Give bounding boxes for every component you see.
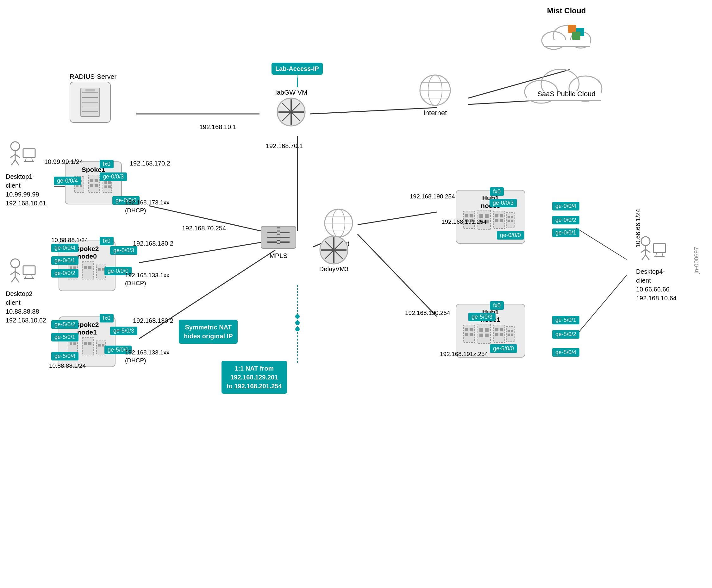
- svg-rect-121: [506, 213, 514, 228]
- svg-rect-134: [479, 334, 483, 337]
- spoke2n0-ge034: ge-0/0/4: [51, 244, 79, 252]
- svg-rect-141: [506, 327, 514, 342]
- labgw-ip2: 192.168.70.1: [266, 142, 303, 150]
- svg-point-17: [295, 320, 300, 325]
- svg-rect-120: [500, 219, 503, 222]
- svg-line-151: [15, 160, 19, 165]
- svg-line-171: [646, 255, 649, 260]
- labgw-vm: labGW VM: [275, 89, 308, 129]
- jn-label: jn-000697: [693, 247, 700, 274]
- hub1n0-ge033: ge-0/0/3: [489, 199, 517, 207]
- delay-vm3: DelayVM3: [318, 234, 350, 273]
- spoke2n0-ge001: ge-0/0/1: [51, 256, 79, 265]
- svg-rect-138: [500, 328, 503, 331]
- svg-rect-152: [23, 149, 35, 158]
- svg-rect-89: [70, 267, 72, 269]
- svg-rect-96: [102, 268, 104, 271]
- svg-rect-137: [495, 328, 498, 331]
- svg-rect-122: [507, 216, 510, 218]
- hub1n1-ge054: ge-5/0/4: [552, 348, 580, 357]
- svg-line-153: [25, 158, 26, 162]
- hub1n1-ge050: ge-5/0/0: [490, 344, 517, 353]
- svg-rect-130: [469, 333, 473, 336]
- svg-line-159: [15, 272, 20, 275]
- spoke2n1-ip1: 192.168.130.2: [133, 317, 173, 324]
- spoke1-fx0: fx0: [100, 160, 113, 168]
- svg-point-166: [641, 237, 650, 246]
- hub1n1-ge051: ge-5/0/1: [552, 316, 580, 324]
- svg-point-16: [295, 314, 300, 319]
- symmetric-nat-badge: Symmetric NAThides original IP: [179, 320, 238, 344]
- svg-rect-123: [511, 216, 513, 218]
- svg-rect-92: [84, 266, 87, 269]
- desktop4-net: 10.66.66.1/24: [634, 209, 642, 248]
- hub1n0-ge031: ge-0/0/1: [552, 229, 580, 237]
- svg-line-14: [576, 228, 627, 259]
- svg-rect-128: [469, 328, 473, 331]
- spoke2n0-ge002: ge-0/0/2: [51, 269, 79, 277]
- svg-rect-85: [108, 181, 111, 184]
- hub1n0-ge034: ge-0/0/4: [552, 202, 580, 210]
- svg-rect-87: [108, 186, 111, 188]
- svg-rect-81: [90, 184, 93, 187]
- svg-rect-124: [507, 219, 510, 222]
- svg-rect-162: [23, 266, 35, 275]
- spoke1-ge034: ge-0/0/4: [54, 176, 81, 185]
- spoke2n1-ge053: ge-5/0/3: [110, 327, 137, 335]
- svg-rect-133: [485, 328, 488, 332]
- saas-cloud: SaaS Public Cloud: [522, 57, 611, 98]
- spoke2n1-fx0: fx0: [100, 314, 113, 322]
- svg-rect-95: [98, 268, 101, 271]
- internet-top: Internet: [418, 73, 453, 117]
- svg-rect-101: [84, 342, 87, 345]
- spoke1-ip-dhcp: 192.168.173.1xx(DHCP): [125, 199, 170, 214]
- svg-rect-86: [104, 186, 107, 188]
- radius-server: RADIUS-Server: [70, 73, 117, 123]
- svg-rect-118: [500, 214, 503, 217]
- svg-rect-49: [85, 89, 95, 91]
- svg-rect-172: [653, 244, 666, 253]
- svg-rect-132: [479, 328, 483, 332]
- svg-rect-82: [95, 184, 98, 187]
- svg-line-163: [25, 275, 26, 278]
- svg-rect-135: [485, 334, 488, 337]
- hub1n1-ge053: ge-5/0/3: [468, 313, 496, 321]
- svg-rect-107: [465, 214, 468, 217]
- hub1n0-ge000: ge-0/0/0: [497, 231, 524, 239]
- svg-rect-139: [495, 333, 498, 336]
- svg-line-174: [662, 253, 663, 256]
- svg-rect-99: [74, 342, 76, 345]
- svg-line-160: [12, 277, 15, 282]
- svg-point-18: [295, 327, 300, 331]
- svg-rect-104: [98, 344, 101, 346]
- svg-rect-23: [544, 40, 590, 47]
- hub1n0-ge032: ge-0/0/2: [552, 216, 580, 224]
- svg-rect-27: [572, 31, 580, 40]
- svg-rect-119: [495, 219, 498, 222]
- svg-rect-140: [500, 333, 503, 336]
- svg-rect-125: [511, 219, 513, 222]
- desktop2-client: Desktop2-client10.88.88.88192.168.10.62: [6, 256, 46, 325]
- svg-rect-129: [465, 333, 468, 336]
- labgw-ip1: 192.168.10.1: [200, 123, 236, 131]
- spoke1-ip1: 192.168.170.2: [130, 160, 170, 167]
- svg-rect-79: [90, 179, 93, 182]
- svg-line-173: [656, 253, 657, 256]
- spoke2n1-ge052: ge-5/0/2: [51, 320, 79, 329]
- spoke2n0-ip1: 192.168.130.2: [133, 240, 173, 247]
- hub1n1-ge052: ge-5/0/2: [552, 330, 580, 339]
- hub1n0-fx0: fx0: [490, 187, 504, 196]
- desktop4-client: Desktop4-client10.66.66.66192.168.10.64: [636, 234, 676, 302]
- svg-line-158: [11, 272, 15, 275]
- mpls-router: MPLS: [259, 222, 297, 259]
- svg-rect-105: [102, 344, 104, 346]
- svg-point-146: [11, 142, 20, 151]
- svg-point-156: [11, 259, 20, 268]
- mist-cloud: Mist Cloud: [538, 6, 595, 55]
- spoke2n1-ge051: ge-5/0/1: [51, 333, 79, 341]
- hub1n1-ip190: 192.168.190.254: [405, 310, 450, 316]
- svg-rect-94: [97, 265, 105, 279]
- svg-line-148: [11, 154, 15, 158]
- mpls-ip: 192.168.70.254: [182, 225, 226, 232]
- svg-line-161: [15, 277, 19, 282]
